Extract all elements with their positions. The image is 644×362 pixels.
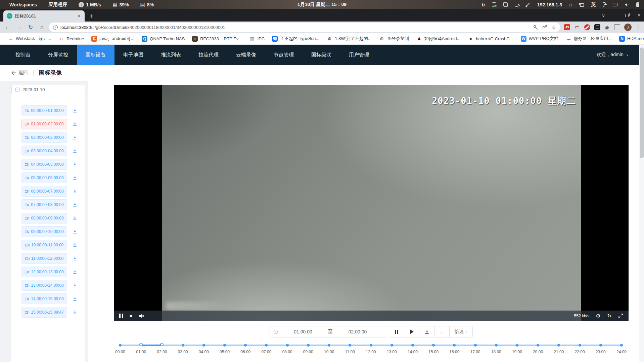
forward-button[interactable]: → bbox=[15, 24, 24, 31]
player-stop-icon[interactable]: ■ bbox=[130, 314, 132, 318]
nav-item-2[interactable]: 分屏监控 bbox=[39, 45, 77, 65]
bookmark-item[interactable]: ⊕ 1.8W字|了不起的... bbox=[324, 34, 375, 43]
timeline-hour-dot[interactable] bbox=[370, 344, 372, 347]
clipboard-tray-icon[interactable] bbox=[503, 2, 508, 7]
record-download-icon[interactable] bbox=[73, 149, 77, 153]
nav-item-1[interactable]: 控制台 bbox=[7, 45, 39, 65]
bookmark-item[interactable]: W WVP-PRO文档 bbox=[518, 34, 561, 43]
display-tray-icon[interactable] bbox=[613, 3, 617, 6]
timeline-hour-dot[interactable] bbox=[202, 344, 205, 347]
home-tray-icon[interactable]: ⌂ bbox=[569, 2, 572, 7]
browser-profile-avatar[interactable]: J bbox=[624, 24, 632, 31]
window-minimize-button[interactable]: – bbox=[614, 13, 616, 18]
date-picker-input[interactable]: 2023-01-10 bbox=[11, 85, 85, 94]
record-download-icon[interactable] bbox=[73, 283, 77, 288]
timeline-hour-dot[interactable] bbox=[537, 344, 539, 347]
caffeine-tray-icon[interactable] bbox=[515, 4, 518, 7]
record-range-button[interactable]: 15:00:00-15:09:47 bbox=[21, 307, 67, 318]
nav-item-9[interactable]: 国标级联 bbox=[303, 45, 340, 65]
tab-close-icon[interactable]: × bbox=[76, 13, 82, 19]
bookmark-item[interactable]: N HDAtmos :: 种子 *... bbox=[616, 34, 644, 43]
scrollbar-thumb[interactable] bbox=[640, 47, 644, 158]
record-download-icon[interactable] bbox=[73, 189, 77, 194]
nav-item-5[interactable]: 推流列表 bbox=[152, 45, 190, 65]
bookmark-item[interactable]: Q QNAP Turbo NAS bbox=[139, 35, 188, 43]
player-settings-gear-icon[interactable]: ⚙ bbox=[596, 313, 600, 318]
nav-item-3[interactable]: 国标设备 bbox=[77, 45, 114, 65]
bookmark-item[interactable]: ▨ IPC bbox=[246, 35, 268, 43]
record-download-icon[interactable] bbox=[73, 256, 77, 261]
timeline-hour-dot[interactable] bbox=[182, 344, 184, 347]
bookmark-item[interactable]: ● hairrrrr/C-CrashC... bbox=[465, 35, 516, 43]
speed-dropdown[interactable]: 倍速 ∨ bbox=[449, 326, 472, 337]
record-download-icon[interactable] bbox=[73, 229, 77, 234]
extension-blocker-icon[interactable] bbox=[584, 24, 590, 30]
timeline-hour-dot[interactable] bbox=[453, 344, 456, 347]
record-range-button[interactable]: 08:00:00-09:00:00 bbox=[21, 213, 67, 224]
timeline-hour-dot[interactable] bbox=[265, 344, 268, 347]
bookmark-item[interactable]: 知 了不起的 TypeScri... bbox=[269, 34, 322, 43]
timeline-hour-dot[interactable] bbox=[244, 344, 247, 347]
extensions-puzzle-icon[interactable] bbox=[604, 25, 610, 30]
site-info-icon[interactable]: i bbox=[53, 25, 58, 30]
timeline-hour-dot[interactable] bbox=[411, 344, 414, 347]
record-range-button[interactable]: 14:00:00-15:00:00 bbox=[21, 293, 67, 304]
timeline-hour-dot[interactable] bbox=[579, 344, 581, 347]
bookmark-item[interactable]: ● RFC2833 – RTP Ev... bbox=[189, 35, 245, 43]
nav-item-6[interactable]: 拉流代理 bbox=[190, 45, 227, 65]
battery-tray-icon[interactable] bbox=[636, 2, 639, 7]
record-download-icon[interactable] bbox=[73, 310, 77, 315]
timeline-hour-dot[interactable] bbox=[223, 344, 226, 347]
user-menu-chevron-icon[interactable]: ∨ bbox=[626, 53, 629, 56]
reload-button[interactable]: ↻ bbox=[26, 24, 35, 31]
record-download-icon[interactable] bbox=[73, 135, 77, 140]
workspaces-tray-icon[interactable] bbox=[579, 3, 584, 7]
player-pause-icon[interactable] bbox=[119, 314, 123, 318]
ip-address-indicator[interactable]: 192.168.1.3 bbox=[537, 2, 562, 7]
bing-tray-icon[interactable]: b bbox=[482, 2, 485, 7]
record-download-icon[interactable] bbox=[73, 216, 77, 220]
record-range-button[interactable]: 13:00:00-14:00:00 bbox=[21, 280, 67, 291]
new-tab-button[interactable]: + bbox=[89, 12, 93, 20]
download-button[interactable] bbox=[419, 326, 434, 337]
record-download-icon[interactable] bbox=[73, 122, 77, 126]
bookmark-item[interactable]: ∩ Redmine bbox=[55, 35, 87, 43]
video-player[interactable]: 2023-01-10 01:00:00 星期二 ■ 552 kb/s ⚙ ↻ bbox=[114, 85, 629, 321]
timeline-hour-dot[interactable] bbox=[516, 344, 518, 347]
input-method-indicator[interactable]: 英 bbox=[591, 2, 596, 8]
address-bar[interactable]: i localhost:38080/#/gbRecordDetail/34020… bbox=[49, 23, 560, 32]
bookmark-item[interactable]: ☁ 服务器 - 轻量应用... bbox=[563, 34, 615, 43]
home-button[interactable]: ⌂ bbox=[38, 24, 46, 31]
extension-screenshot-icon[interactable] bbox=[594, 24, 600, 30]
window-close-button[interactable]: × bbox=[637, 12, 641, 19]
applications-button[interactable]: 应用程序 bbox=[48, 2, 67, 8]
volume-tray-icon[interactable] bbox=[625, 3, 629, 7]
record-range-button[interactable]: 00:00:00-01:00:00 bbox=[21, 105, 67, 116]
record-range-button[interactable]: 09:00:00-10:00:00 bbox=[21, 226, 67, 237]
timeline-selected-range[interactable] bbox=[141, 345, 162, 346]
back-link[interactable]: 返回 bbox=[11, 70, 28, 76]
seek-back-button[interactable]: ← bbox=[434, 326, 450, 337]
timeline-handle[interactable] bbox=[160, 343, 164, 346]
player-refresh-icon[interactable]: ↻ bbox=[607, 313, 611, 318]
record-range-button[interactable]: 03:00:00-04:00:00 bbox=[21, 146, 67, 156]
nav-item-4[interactable]: 电子地图 bbox=[114, 45, 152, 65]
nav-item-10[interactable]: 用户管理 bbox=[340, 45, 378, 65]
bookmark-item[interactable]: C java、android可... bbox=[88, 34, 137, 43]
phone-link-tray-icon[interactable] bbox=[603, 2, 606, 7]
extension-box-icon[interactable] bbox=[614, 24, 620, 30]
share-icon[interactable] bbox=[542, 25, 547, 30]
record-range-button[interactable]: 05:00:00-06:00:00 bbox=[21, 172, 67, 183]
timeline-hour-dot[interactable] bbox=[599, 344, 602, 347]
bookmark-item[interactable]: ≡ Webstack - 设计... bbox=[5, 34, 54, 43]
record-download-icon[interactable] bbox=[73, 296, 77, 301]
nav-item-8[interactable]: 节点管理 bbox=[265, 45, 303, 65]
record-range-button[interactable]: 10:00:00-11:00:00 bbox=[21, 240, 67, 250]
record-download-icon[interactable] bbox=[73, 108, 77, 113]
color-picker-tray-icon[interactable] bbox=[526, 3, 530, 6]
record-range-button[interactable]: 01:00:00-02:00:00 bbox=[21, 119, 67, 129]
tab-search-chevron-icon[interactable]: ∨ bbox=[602, 13, 605, 18]
workspaces-button[interactable]: Workspaces bbox=[9, 2, 37, 7]
extension-js-icon[interactable]: JS bbox=[564, 24, 570, 30]
browser-menu-icon[interactable]: ⋮ bbox=[636, 24, 641, 30]
